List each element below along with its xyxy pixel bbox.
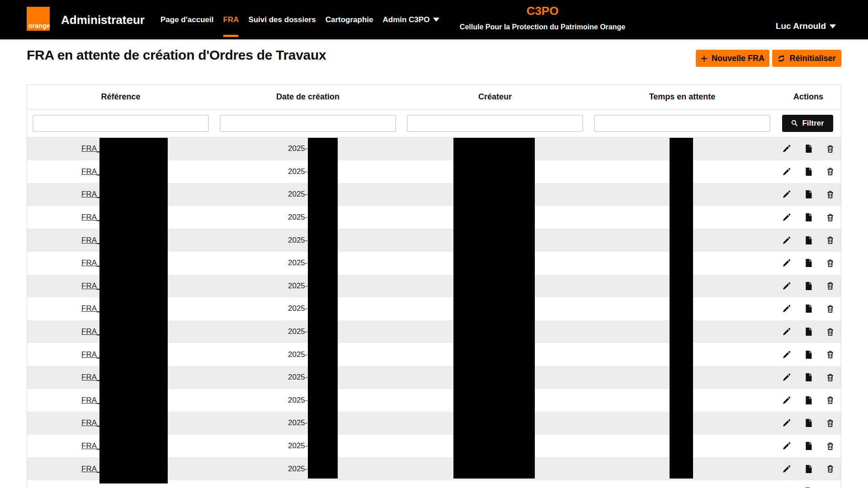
reference-link[interactable]: FRA_: [81, 167, 101, 176]
edit-button[interactable]: [783, 259, 791, 267]
document-button[interactable]: [804, 168, 812, 176]
edit-button[interactable]: [783, 213, 791, 221]
date-value: 2025-: [288, 236, 307, 245]
edit-button[interactable]: [783, 442, 791, 450]
user-menu[interactable]: Luc Arnould: [776, 21, 836, 31]
delete-button[interactable]: [826, 442, 834, 450]
document-button[interactable]: [804, 213, 812, 221]
reference-link[interactable]: FRA_: [81, 327, 101, 336]
delete-button[interactable]: [826, 396, 834, 404]
trash-icon: [826, 328, 834, 336]
document-button[interactable]: [804, 190, 812, 198]
date-value: 2025-: [288, 282, 307, 291]
date-value: 2025-: [288, 465, 307, 474]
reference-link[interactable]: FRA_: [81, 465, 101, 474]
edit-button[interactable]: [783, 465, 791, 473]
pencil-icon: [783, 419, 791, 427]
edit-button[interactable]: [783, 419, 791, 427]
document-button[interactable]: [804, 419, 812, 427]
delete-button[interactable]: [826, 236, 834, 244]
edit-button[interactable]: [783, 305, 791, 313]
delete-button[interactable]: [826, 373, 834, 381]
reset-button-label: Réinitialiser: [789, 54, 835, 63]
redaction-bar: [308, 138, 338, 479]
document-button[interactable]: [804, 328, 812, 336]
delete-button[interactable]: [826, 282, 834, 290]
delete-button[interactable]: [826, 351, 834, 359]
orange-logo: orange: [27, 7, 50, 31]
document-button[interactable]: [804, 465, 812, 473]
reference-link[interactable]: FRA_: [81, 144, 101, 153]
filter-button[interactable]: Filtrer: [782, 115, 833, 132]
app-title-block: C3PO Cellule Pour la Protection du Patri…: [460, 4, 625, 31]
document-icon: [804, 465, 812, 473]
nav-item[interactable]: Page d'accueil: [160, 0, 213, 39]
edit-button[interactable]: [783, 282, 791, 290]
reference-link[interactable]: FRA_: [81, 236, 101, 245]
wait-time-cell: [589, 480, 776, 488]
actions-cell: [776, 137, 841, 160]
new-fra-button-label: Nouvelle FRA: [712, 54, 764, 63]
document-icon: [804, 396, 812, 404]
filter-cell: [27, 115, 214, 132]
edit-button[interactable]: [783, 328, 791, 336]
filter-cell: [401, 115, 589, 132]
pencil-icon: [783, 168, 791, 176]
reference-link[interactable]: FRA_: [81, 418, 101, 427]
edit-button[interactable]: [783, 396, 791, 404]
delete-button[interactable]: [826, 213, 834, 221]
reference-link[interactable]: FRA_: [81, 441, 101, 450]
actions-cell: [776, 160, 841, 183]
document-button[interactable]: [804, 373, 812, 381]
top-navbar: orange Administrateur Page d'accueil FRA…: [0, 0, 868, 40]
pencil-icon: [783, 351, 791, 359]
filter-input[interactable]: [407, 115, 583, 132]
edit-button[interactable]: [783, 190, 791, 198]
delete-button[interactable]: [826, 419, 834, 427]
reference-link[interactable]: FRA_: [81, 373, 101, 382]
reference-link[interactable]: FRA_: [81, 304, 101, 313]
document-button[interactable]: [804, 305, 812, 313]
nav-item[interactable]: FRA: [223, 0, 239, 39]
document-button[interactable]: [804, 351, 812, 359]
nav-item[interactable]: Cartographie: [326, 0, 373, 39]
reference-link[interactable]: FRA_: [81, 350, 101, 359]
nav-item[interactable]: Suivi des dossiers: [248, 0, 316, 39]
actions-cell: [776, 183, 841, 206]
nav-item-label: Cartographie: [326, 15, 373, 24]
document-icon: [804, 305, 812, 313]
filter-input[interactable]: [220, 115, 396, 132]
document-button[interactable]: [804, 259, 812, 267]
reset-button[interactable]: Réinitialiser: [772, 50, 841, 67]
actions-cell: [776, 412, 841, 435]
edit-button[interactable]: [783, 236, 791, 244]
filter-input[interactable]: [33, 115, 209, 132]
document-button[interactable]: [804, 145, 812, 153]
delete-button[interactable]: [826, 465, 834, 473]
delete-button[interactable]: [826, 305, 834, 313]
filter-input[interactable]: [594, 115, 770, 132]
new-fra-button[interactable]: Nouvelle FRA: [696, 50, 769, 67]
reference-link[interactable]: FRA_: [81, 213, 101, 222]
reference-link[interactable]: FRA_: [81, 258, 101, 267]
delete-button[interactable]: [826, 328, 834, 336]
delete-button[interactable]: [826, 145, 834, 153]
reference-link[interactable]: FRA_: [81, 282, 101, 291]
edit-button[interactable]: [783, 373, 791, 381]
edit-button[interactable]: [783, 351, 791, 359]
document-button[interactable]: [804, 282, 812, 290]
reference-link[interactable]: FRA_: [81, 396, 101, 405]
document-button[interactable]: [804, 442, 812, 450]
actions-cell: [776, 275, 841, 298]
delete-button[interactable]: [826, 190, 834, 198]
reference-link[interactable]: FRA_: [81, 190, 101, 199]
actions-cell: [776, 297, 841, 320]
document-button[interactable]: [804, 236, 812, 244]
document-button[interactable]: [804, 396, 812, 404]
document-icon: [804, 259, 812, 267]
edit-button[interactable]: [783, 145, 791, 153]
nav-item[interactable]: Admin C3PO: [382, 0, 439, 39]
delete-button[interactable]: [826, 259, 834, 267]
edit-button[interactable]: [783, 168, 791, 176]
delete-button[interactable]: [826, 168, 834, 176]
